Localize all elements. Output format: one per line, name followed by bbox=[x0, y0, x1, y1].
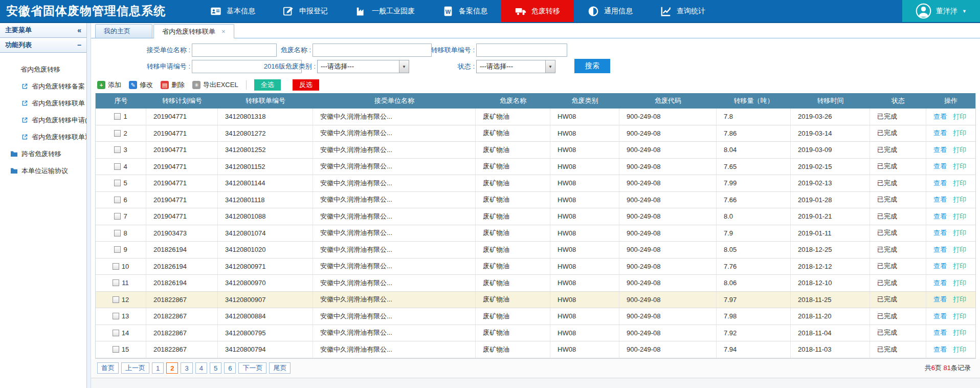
summary-text: 条记录 bbox=[951, 364, 971, 372]
print-link[interactable]: 打印 bbox=[953, 162, 966, 171]
row-checkbox[interactable] bbox=[113, 296, 119, 303]
view-link[interactable]: 查看 bbox=[933, 245, 947, 254]
row-checkbox[interactable] bbox=[114, 197, 121, 203]
modify-button[interactable]: ✎ 修改 bbox=[129, 80, 153, 90]
nav-item-id-card[interactable]: 基本信息 bbox=[196, 0, 269, 22]
row-checkbox[interactable] bbox=[114, 146, 121, 153]
sidebar-item[interactable]: 本单位运输协议 bbox=[0, 162, 86, 179]
row-checkbox[interactable] bbox=[113, 263, 119, 270]
row-index: 10 bbox=[122, 263, 129, 270]
collapse-sidebar-icon[interactable]: « bbox=[77, 26, 81, 34]
print-link[interactable]: 打印 bbox=[953, 328, 966, 337]
view-link[interactable]: 查看 bbox=[933, 195, 947, 204]
row-select-cell: 3 bbox=[96, 142, 146, 158]
delete-icon: ▤ bbox=[161, 81, 169, 89]
receiver-name-input[interactable] bbox=[192, 44, 277, 57]
cell-category: HW08 bbox=[550, 308, 619, 325]
view-link[interactable]: 查看 bbox=[933, 212, 947, 221]
page-number-button[interactable]: 5 bbox=[210, 362, 221, 374]
user-menu[interactable]: 董洋洋 ▼ bbox=[902, 0, 980, 22]
print-link[interactable]: 打印 bbox=[953, 278, 966, 288]
row-checkbox[interactable] bbox=[114, 246, 121, 253]
tab-active[interactable]: 省内危废转移联单× bbox=[153, 24, 234, 38]
sidebar-item[interactable]: 跨省危废转移 bbox=[0, 145, 86, 162]
print-link[interactable]: 打印 bbox=[953, 128, 966, 138]
column-header: 危废代码 bbox=[619, 93, 717, 109]
nav-item-chart[interactable]: 查询统计 bbox=[647, 0, 719, 22]
print-link[interactable]: 打印 bbox=[953, 195, 966, 204]
sidebar-item[interactable]: 省内危废转移联单退 bbox=[0, 128, 86, 145]
select-all-button[interactable]: 全选 bbox=[254, 79, 281, 91]
view-link[interactable]: 查看 bbox=[933, 112, 947, 121]
row-checkbox[interactable] bbox=[114, 180, 121, 186]
view-link[interactable]: 查看 bbox=[933, 162, 947, 171]
row-checkbox[interactable] bbox=[114, 230, 121, 236]
sidebar-item-label: 本单位运输协议 bbox=[21, 166, 68, 176]
row-checkbox[interactable] bbox=[114, 163, 121, 170]
export-excel-button[interactable]: ✳ 导出EXCEL bbox=[192, 80, 238, 90]
print-link[interactable]: 打印 bbox=[953, 295, 966, 304]
delete-button[interactable]: ▤ 删除 bbox=[161, 80, 185, 90]
invert-selection-button[interactable]: 反选 bbox=[293, 79, 319, 91]
view-link[interactable]: 查看 bbox=[933, 179, 947, 188]
page-next-button[interactable]: 下一页 bbox=[238, 362, 266, 374]
sidebar-item[interactable]: 省内危废转移 bbox=[0, 61, 86, 78]
print-link[interactable]: 打印 bbox=[953, 262, 966, 271]
search-button[interactable]: 搜索 bbox=[574, 59, 610, 73]
page-first-button[interactable]: 首页 bbox=[97, 362, 119, 374]
app-title: 安徽省固体废物管理信息系统 bbox=[0, 0, 172, 22]
nav-item-edit[interactable]: 申报登记 bbox=[269, 0, 342, 22]
tab-close-icon[interactable]: × bbox=[221, 28, 226, 35]
view-link[interactable]: 查看 bbox=[933, 262, 947, 271]
print-link[interactable]: 打印 bbox=[953, 312, 966, 321]
print-link[interactable]: 打印 bbox=[953, 345, 966, 354]
sidebar-item[interactable]: 省内危废转移备案 bbox=[0, 78, 86, 95]
view-link[interactable]: 查看 bbox=[933, 328, 947, 337]
print-link[interactable]: 打印 bbox=[953, 179, 966, 188]
view-link[interactable]: 查看 bbox=[933, 295, 947, 304]
view-link[interactable]: 查看 bbox=[933, 345, 947, 354]
row-checkbox[interactable] bbox=[113, 313, 119, 319]
view-link[interactable]: 查看 bbox=[933, 278, 947, 288]
cell-plan-no: 201904771 bbox=[146, 125, 218, 142]
waste-category-select[interactable]: ---请选择--- ▼ bbox=[317, 60, 409, 73]
row-checkbox[interactable] bbox=[114, 113, 121, 120]
row-checkbox[interactable] bbox=[114, 213, 121, 220]
row-checkbox[interactable] bbox=[113, 279, 119, 286]
row-checkbox[interactable] bbox=[113, 346, 119, 353]
sidebar-splitter[interactable] bbox=[87, 23, 91, 388]
page-number-button[interactable]: 4 bbox=[195, 362, 207, 374]
waste-name-input[interactable] bbox=[313, 44, 432, 57]
page-number-button[interactable]: 3 bbox=[181, 362, 192, 374]
print-link[interactable]: 打印 bbox=[953, 112, 966, 121]
manifest-no-input[interactable] bbox=[476, 44, 567, 57]
print-link[interactable]: 打印 bbox=[953, 245, 966, 254]
nav-item-contrast[interactable]: 通用信息 bbox=[574, 0, 647, 22]
view-link[interactable]: 查看 bbox=[933, 228, 947, 238]
nav-item-truck[interactable]: 危废转移 bbox=[501, 0, 574, 22]
print-link[interactable]: 打印 bbox=[953, 212, 966, 221]
page-number-button[interactable]: 2 bbox=[166, 362, 178, 374]
row-checkbox[interactable] bbox=[113, 330, 119, 336]
nav-item-factory[interactable]: 一般工业固废 bbox=[342, 0, 429, 22]
view-link[interactable]: 查看 bbox=[933, 312, 947, 321]
minimize-panel-icon[interactable]: − bbox=[77, 41, 81, 49]
cell-waste-name: 废矿物油 bbox=[476, 109, 550, 125]
cell-plan-no: 201904771 bbox=[146, 208, 218, 225]
page-number-button[interactable]: 6 bbox=[224, 362, 236, 374]
row-checkbox[interactable] bbox=[114, 130, 121, 137]
print-link[interactable]: 打印 bbox=[953, 228, 966, 238]
status-select[interactable]: ---请选择--- ▼ bbox=[476, 60, 555, 73]
print-link[interactable]: 打印 bbox=[953, 145, 966, 155]
view-link[interactable]: 查看 bbox=[933, 128, 947, 138]
page-prev-button[interactable]: 上一页 bbox=[121, 362, 149, 374]
add-button[interactable]: + 添加 bbox=[97, 80, 121, 90]
cell-company: 安徽中久润滑油有限公... bbox=[313, 142, 476, 158]
sidebar-item[interactable]: 省内危废转移申请(已 bbox=[0, 112, 86, 128]
sidebar-item[interactable]: 省内危废转移联单 bbox=[0, 95, 86, 112]
page-last-button[interactable]: 尾页 bbox=[269, 362, 291, 374]
nav-item-doc-w[interactable]: W备案信息 bbox=[429, 0, 501, 22]
view-link[interactable]: 查看 bbox=[933, 145, 947, 155]
tab-inactive[interactable]: 我的主页 bbox=[95, 24, 152, 38]
page-number-button[interactable]: 1 bbox=[152, 362, 164, 374]
